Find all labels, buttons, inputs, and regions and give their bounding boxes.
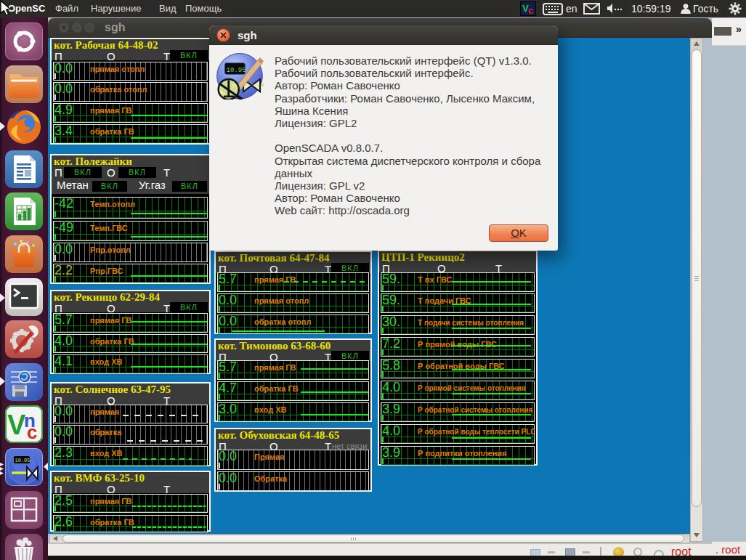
svg-text:10.95: 10.95 xyxy=(15,458,31,463)
svg-text:10.95: 10.95 xyxy=(226,66,246,74)
svg-text:c: c xyxy=(27,421,37,443)
